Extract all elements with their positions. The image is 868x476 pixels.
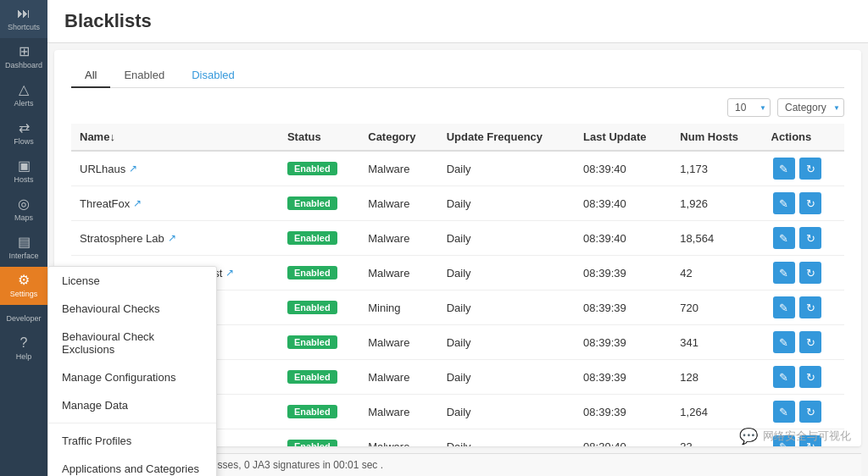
table-row: Stratosphere Lab↗EnabledMalwareDaily08:3… <box>71 221 844 256</box>
cell-actions: ✎ ↻ <box>763 256 844 291</box>
cell-num-hosts: 33 <box>671 429 762 447</box>
refresh-button[interactable]: ↻ <box>799 401 821 423</box>
dropdown-divider <box>48 423 216 423</box>
refresh-button[interactable]: ↻ <box>799 296 821 318</box>
topbar: Blacklists <box>47 0 868 43</box>
refresh-button[interactable]: ↻ <box>799 435 821 446</box>
cell-last-update: 08:39:39 <box>575 256 671 291</box>
cell-name: ThreatFox↗ <box>71 186 279 221</box>
cell-frequency: Daily <box>438 291 575 325</box>
sidebar-label-developer: Developer <box>6 314 41 323</box>
refresh-button[interactable]: ↻ <box>799 227 821 249</box>
category-select-wrapper[interactable]: CategoryMalwareMining <box>777 98 844 117</box>
cell-category: Malware <box>359 186 437 221</box>
interface-icon: ▤ <box>18 235 31 249</box>
cell-frequency: Daily <box>438 325 575 360</box>
sidebar-item-flows[interactable]: ⇄Flows <box>0 114 47 152</box>
status-badge: Enabled <box>287 196 337 210</box>
cell-last-update: 08:39:39 <box>575 325 671 360</box>
sidebar-label-hosts: Hosts <box>14 175 33 184</box>
sidebar-label-help: Help <box>16 352 32 361</box>
flows-icon: ⇄ <box>19 121 30 135</box>
count-select-wrapper[interactable]: 102550100 <box>727 98 771 117</box>
tab-all[interactable]: All <box>71 64 110 88</box>
refresh-button[interactable]: ↻ <box>799 366 821 388</box>
tab-enabled[interactable]: Enabled <box>110 64 178 88</box>
name-cell: ThreatFox↗ <box>80 197 270 210</box>
cell-num-hosts: 128 <box>671 360 762 395</box>
dropdown-item-license[interactable]: License <box>48 267 216 295</box>
status-badge: Enabled <box>287 370 337 384</box>
edit-button[interactable]: ✎ <box>773 296 795 318</box>
cell-actions: ✎ ↻ <box>763 186 844 221</box>
sidebar-item-developer[interactable]: Developer <box>0 305 47 329</box>
edit-button[interactable]: ✎ <box>773 227 795 249</box>
sidebar-item-help[interactable]: ?Help <box>0 329 47 368</box>
dashboard-icon: ⊞ <box>19 45 30 58</box>
external-link-icon[interactable]: ↗ <box>129 163 137 174</box>
tabs-container: AllEnabledDisabled <box>71 64 844 88</box>
dropdown-item-manage-configurations[interactable]: Manage Configurations <box>48 363 216 391</box>
cell-num-hosts: 42 <box>671 256 762 291</box>
refresh-button[interactable]: ↻ <box>799 331 821 353</box>
tab-disabled[interactable]: Disabled <box>178 64 248 88</box>
dropdown-item-traffic-profiles[interactable]: Traffic Profiles <box>48 427 216 455</box>
cell-last-update: 08:39:40 <box>575 221 671 256</box>
filter-row: 102550100 CategoryMalwareMining <box>71 98 844 117</box>
cell-status: Enabled <box>279 186 359 221</box>
edit-button[interactable]: ✎ <box>773 262 795 284</box>
table-row: ThreatFox↗EnabledMalwareDaily08:39:401,9… <box>71 186 844 221</box>
cell-frequency: Daily <box>438 429 575 447</box>
edit-button[interactable]: ✎ <box>773 331 795 353</box>
sidebar-label-flows: Flows <box>14 137 34 146</box>
name-text: URLhaus <box>80 163 125 175</box>
sidebar-label-interface: Interface <box>8 252 38 260</box>
sidebar-label-settings: Settings <box>10 290 38 298</box>
cell-actions: ✎ ↻ <box>763 151 844 186</box>
refresh-button[interactable]: ↻ <box>799 192 821 214</box>
edit-button[interactable]: ✎ <box>773 435 795 446</box>
cell-frequency: Daily <box>438 221 575 256</box>
name-text: Stratosphere Lab <box>80 232 164 245</box>
sidebar-item-dashboard[interactable]: ⊞Dashboard <box>0 38 47 76</box>
external-link-icon[interactable]: ↗ <box>168 232 176 244</box>
edit-button[interactable]: ✎ <box>773 192 795 214</box>
sidebar-item-alerts[interactable]: △Alerts <box>0 76 47 114</box>
sidebar-item-hosts[interactable]: ▣Hosts <box>0 152 47 191</box>
external-link-icon[interactable]: ↗ <box>133 197 142 209</box>
status-badge: Enabled <box>287 301 337 314</box>
sidebar-label-maps: Maps <box>14 213 33 222</box>
count-select[interactable]: 102550100 <box>727 98 771 117</box>
dropdown-item-behavioural-check-exclusions[interactable]: Behavioural Check Exclusions <box>48 323 216 363</box>
dropdown-item-behavioural-checks[interactable]: Behavioural Checks <box>48 295 216 323</box>
cell-num-hosts: 1,173 <box>671 151 762 186</box>
cell-frequency: Daily <box>438 360 575 395</box>
cell-category: Malware <box>359 429 437 447</box>
name-cell: URLhaus↗ <box>80 163 270 175</box>
cell-category: Malware <box>359 325 437 360</box>
edit-button[interactable]: ✎ <box>773 366 795 388</box>
external-link-icon[interactable]: ↗ <box>225 267 234 279</box>
dropdown-item-applications-and-categories[interactable]: Applications and Categories <box>48 455 216 476</box>
cell-num-hosts: 1,264 <box>671 395 762 429</box>
cell-status: Enabled <box>279 151 359 186</box>
help-icon: ? <box>20 336 28 350</box>
edit-button[interactable]: ✎ <box>773 401 795 423</box>
cell-status: Enabled <box>279 291 359 325</box>
sidebar-item-interface[interactable]: ▤Interface <box>0 229 47 267</box>
sidebar-item-shortcuts[interactable]: ⏭Shortcuts <box>0 0 47 38</box>
sidebar-item-maps[interactable]: ◎Maps <box>0 191 47 229</box>
refresh-button[interactable]: ↻ <box>799 158 821 180</box>
refresh-button[interactable]: ↻ <box>799 262 821 284</box>
cell-category: Mining <box>359 291 437 325</box>
category-select[interactable]: CategoryMalwareMining <box>777 98 844 117</box>
status-badge: Enabled <box>287 266 337 280</box>
edit-button[interactable]: ✎ <box>773 158 795 180</box>
alerts-icon: △ <box>19 83 29 97</box>
cell-num-hosts: 720 <box>671 291 762 325</box>
sidebar-item-settings[interactable]: ⚙Settings <box>0 267 47 305</box>
shortcuts-icon: ⏭ <box>17 7 31 20</box>
dropdown-item-manage-data[interactable]: Manage Data <box>48 391 216 419</box>
cell-actions: ✎ ↻ <box>763 221 844 256</box>
settings-icon: ⚙ <box>18 274 30 287</box>
